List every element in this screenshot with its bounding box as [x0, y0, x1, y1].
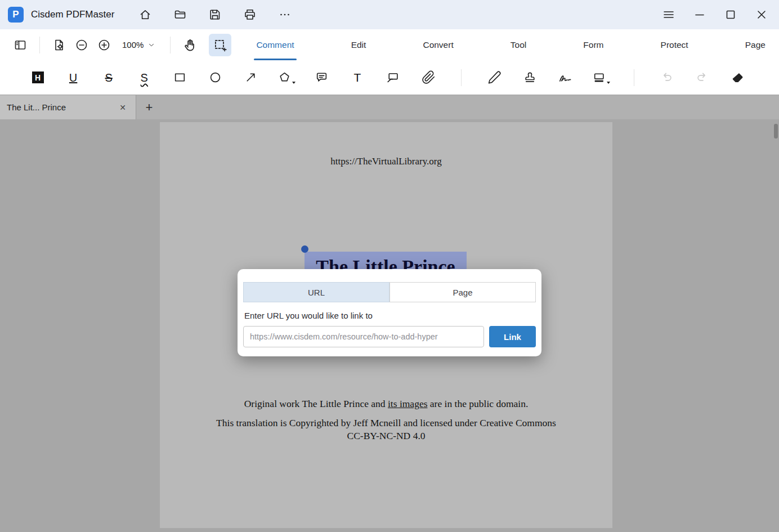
divider	[39, 37, 40, 53]
arrow-tool-button[interactable]	[240, 66, 262, 89]
tab-protect[interactable]: Protect	[659, 29, 691, 60]
ellipsis-icon	[278, 8, 292, 21]
circle-icon	[208, 70, 222, 84]
tab-edit[interactable]: Edit	[349, 29, 369, 60]
squiggly-underline-tool-button[interactable]: S	[133, 66, 155, 89]
zoom-level-dropdown[interactable]: 100%	[122, 40, 155, 50]
close-button[interactable]	[752, 5, 771, 24]
footer-line2: This translation is Copyrighted by Jeff …	[214, 417, 558, 442]
tab-form[interactable]: Form	[581, 29, 606, 60]
more-actions-button[interactable]	[275, 5, 294, 24]
select-tool-button[interactable]	[209, 34, 231, 56]
attachment-tool-button[interactable]	[418, 66, 439, 89]
redo-button[interactable]	[692, 66, 713, 89]
rectangle-tool-button[interactable]	[169, 66, 190, 89]
document-area: https://TheVirtualLibrary.org The Little…	[0, 119, 779, 532]
page-header-url: https://TheVirtualLibrary.org	[160, 156, 612, 167]
open-file-button[interactable]	[171, 5, 190, 24]
add-link-dialog: URL Page Enter URL you would like to lin…	[238, 269, 541, 356]
rectangle-icon	[173, 70, 187, 84]
app-title: Cisdem PDFMaster	[31, 9, 114, 20]
sticky-note-tool-button[interactable]	[311, 66, 333, 89]
eraser-icon	[731, 70, 745, 85]
text-tool-button[interactable]: T	[347, 66, 368, 89]
tab-close-button[interactable]: ✕	[117, 102, 129, 113]
undo-button[interactable]	[656, 66, 678, 89]
footer-line1: Original work The Little Prince and its …	[160, 398, 612, 410]
zoom-in-icon	[97, 38, 111, 52]
zoom-in-button[interactable]	[93, 34, 115, 56]
strikethrough-icon: S	[105, 72, 113, 83]
signature-tool-button[interactable]	[554, 66, 576, 89]
dropdown-caret-icon	[292, 82, 296, 84]
minimize-button[interactable]	[690, 5, 709, 24]
redo-icon	[695, 70, 709, 84]
callout-tool-button[interactable]	[382, 66, 404, 89]
hamburger-menu-icon	[662, 8, 675, 21]
link-tab-url[interactable]: URL	[243, 282, 390, 302]
polygon-tool-button[interactable]	[276, 66, 297, 89]
close-icon	[755, 8, 768, 21]
callout-icon	[386, 70, 400, 84]
folder-icon	[173, 8, 187, 21]
page-settings-icon	[52, 38, 66, 52]
app-window: P Cisdem PDFMaster	[0, 0, 779, 532]
document-tab-bar: The Lit... Prince ✕ +	[0, 95, 779, 119]
strikethrough-tool-button[interactable]: S	[98, 66, 119, 89]
stamp-tool-button[interactable]	[519, 66, 540, 89]
window-controls	[659, 5, 771, 24]
eraser-tool-button[interactable]	[727, 66, 749, 89]
titlebar: P Cisdem PDFMaster	[0, 0, 779, 29]
main-toolbar: 100% Comment Edit Convert Tool Form Prot…	[0, 29, 779, 60]
link-confirm-button[interactable]: Link	[489, 326, 536, 347]
pencil-tool-button[interactable]	[483, 66, 505, 89]
comment-toolbar: H U S S	[0, 60, 779, 95]
tab-tool[interactable]: Tool	[508, 29, 529, 60]
sidebar-panel-icon	[14, 38, 27, 52]
selection-handle[interactable]	[301, 245, 308, 253]
highlight-tool-button[interactable]: H	[27, 66, 48, 89]
text-tool-icon: T	[353, 71, 361, 83]
divider	[170, 37, 171, 53]
zoom-out-button[interactable]	[70, 34, 93, 56]
marquee-select-icon	[213, 38, 227, 52]
tab-comment[interactable]: Comment	[254, 29, 296, 60]
vertical-scrollbar-thumb[interactable]	[774, 124, 778, 138]
underline-tool-button[interactable]: U	[62, 66, 84, 89]
app-logo: P	[8, 7, 24, 23]
link-url-input[interactable]	[243, 326, 484, 347]
tab-page[interactable]: Page	[743, 29, 768, 60]
save-icon	[208, 8, 222, 21]
print-button[interactable]	[240, 5, 259, 24]
page-footer: Original work The Little Prince and its …	[160, 398, 612, 442]
area-highlight-icon	[592, 70, 606, 84]
pencil-icon	[487, 70, 502, 84]
chevron-down-icon	[147, 41, 155, 49]
zoom-out-icon	[75, 38, 88, 52]
maximize-button[interactable]	[721, 5, 740, 24]
ribbon-tabs: Comment Edit Convert Tool Form Protect P…	[254, 29, 770, 60]
home-button[interactable]	[136, 5, 155, 24]
page-setup-button[interactable]	[48, 34, 70, 56]
document-tab[interactable]: The Lit... Prince ✕	[0, 95, 136, 119]
sidebar-toggle-button[interactable]	[9, 34, 32, 56]
dropdown-caret-icon	[607, 82, 610, 84]
paperclip-icon	[422, 70, 436, 84]
divider	[634, 69, 634, 86]
divider	[461, 69, 462, 86]
print-icon	[243, 8, 257, 21]
tab-convert[interactable]: Convert	[420, 29, 455, 60]
home-icon	[138, 8, 152, 21]
ellipse-tool-button[interactable]	[204, 66, 226, 89]
undo-icon	[660, 70, 674, 84]
hand-pan-icon	[182, 38, 197, 52]
hand-tool-button[interactable]	[178, 34, 201, 56]
footer-link-text[interactable]: its images	[388, 398, 427, 409]
area-highlight-tool-button[interactable]	[590, 66, 612, 89]
signature-icon	[558, 70, 572, 85]
new-tab-button[interactable]: +	[136, 95, 162, 119]
save-button[interactable]	[205, 5, 225, 24]
link-tab-page[interactable]: Page	[390, 282, 536, 302]
main-menu-button[interactable]	[659, 5, 678, 24]
footer-line1-post: are in the public domain.	[427, 398, 528, 409]
